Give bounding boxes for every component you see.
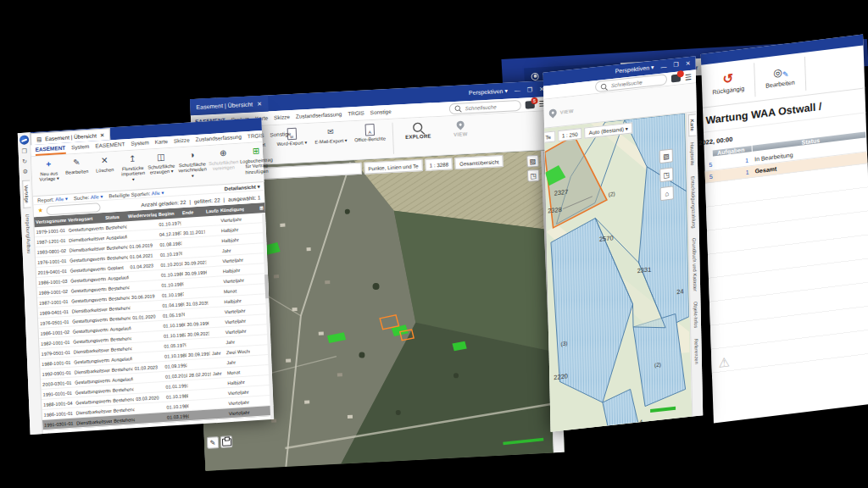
close-icon[interactable]: ✕ (100, 131, 105, 138)
restore-button[interactable]: ❐ (527, 86, 533, 93)
export-button[interactable]: A Office-Berichte (351, 121, 390, 158)
count-link[interactable]: 1 (712, 157, 751, 168)
select-region-button[interactable]: ◳ (659, 167, 673, 182)
ribbon-separator (392, 123, 395, 154)
detailansicht-dropdown[interactable]: Detailansicht ▾ (225, 183, 260, 191)
cut-toolbar-button[interactable]: Te (544, 130, 555, 143)
detail-tab[interactable]: Entschädigungszahlung (689, 171, 697, 232)
refresh-icon[interactable]: ↻ (22, 158, 27, 165)
tool-button[interactable]: ✎ Bearbeiten (63, 155, 92, 192)
rail-tab[interactable]: Umgebung/Aufbau (23, 210, 32, 258)
close-button[interactable]: ✕ (686, 60, 691, 68)
filter-report[interactable]: Report: Alle ▾ (37, 196, 68, 203)
count-link[interactable]: 1 (713, 169, 752, 180)
detail-tab[interactable]: Objekt-Infos (692, 297, 699, 333)
undo-icon: ↺ (722, 72, 733, 85)
authority-button[interactable]: ⌂ (660, 186, 674, 201)
view-button[interactable]: VIEW (560, 108, 574, 115)
explore-button[interactable]: EXPLORE (398, 119, 440, 155)
minimize-button[interactable]: — (515, 87, 520, 93)
close-icon[interactable]: ✕ (257, 100, 262, 107)
ribbon-tab[interactable]: System (71, 141, 90, 153)
tool-icon: ⊕ (220, 148, 227, 158)
ribbon-tab[interactable]: Zustandserfassung (296, 108, 342, 122)
svg-text:4: 4 (639, 419, 643, 424)
ribbon-tab[interactable]: System (131, 137, 149, 149)
column-chooser-icon[interactable]: ⊞ (244, 205, 265, 212)
ribbon-tab[interactable]: Skizze (274, 112, 290, 124)
detail-tab[interactable]: Hauptseite (688, 137, 696, 170)
hamburger-menu-icon[interactable]: ☰ (685, 73, 692, 82)
svg-text:2570: 2570 (599, 234, 614, 243)
print-button[interactable] (220, 435, 233, 448)
perspektiven-menu[interactable]: Perspektiven ▾ (469, 87, 508, 96)
view-button[interactable]: VIEW (440, 116, 482, 152)
edit-icon (773, 65, 786, 78)
desktop-background: Task | Meine Aufgaben ✕ Aufgabe | Detail… (0, 0, 868, 488)
detail-tab[interactable]: Karte (687, 114, 696, 136)
tool-button[interactable]: ⊞ Logbucheintrag für Vertrag hinzufügen (238, 143, 275, 181)
tool-button[interactable]: ↥ Flurstücke importieren ▾ (119, 152, 147, 189)
ribbon-tab[interactable]: Sonstige (270, 129, 291, 141)
view-pin-icon (455, 119, 466, 130)
search-icon (454, 105, 460, 111)
filtered-count: gefiltert: 22 (194, 197, 220, 204)
svg-text:2328: 2328 (548, 206, 562, 215)
select-region-button[interactable]: ◳ (527, 169, 540, 182)
detail-tab[interactable]: Grundbuch und Kataster (691, 234, 699, 297)
table-body: 1979-1001-01 Gestattungsvertrag Bestehen… (34, 213, 274, 434)
tool-button[interactable]: ◫ Schutzfläche erzeugen ▾ (147, 150, 176, 187)
map-corner-buttons: ▧ ◳ (526, 155, 539, 182)
favorite-icon[interactable]: ★ (37, 207, 43, 214)
detail-tab[interactable]: Referenzen (693, 334, 700, 369)
loaded-count: Anzahl geladen: 22 (141, 198, 186, 207)
explore-magnifier-icon (413, 122, 423, 132)
quick-search[interactable] (448, 99, 520, 114)
ribbon-tab[interactable]: Sonstige (370, 106, 392, 118)
restore-button[interactable]: ❐ (673, 62, 678, 69)
filter-suche[interactable]: Suche: Alle ▾ (74, 193, 103, 201)
tool-button[interactable]: ✕ Löschen (91, 153, 120, 191)
cadastral-map[interactable]: 2327 2328 (2) 2570 2331 24 (3) 2220 (2) … (544, 114, 692, 432)
rail-tab[interactable]: Verträge (22, 180, 31, 208)
tool-button[interactable]: ⊕ Schutzflächen vereinigen (209, 146, 238, 183)
tool-button[interactable]: ◑ Schutzfläche verschneiden ▾ (175, 147, 209, 185)
notifications-icon[interactable] (671, 74, 681, 82)
overview-button[interactable]: Gesamtübersicht (455, 155, 504, 169)
minimize-button[interactable]: — (660, 64, 666, 70)
edit-button[interactable]: Bearbeiten (756, 55, 804, 98)
svg-text:2220: 2220 (554, 372, 568, 381)
warning-icon: ⚠ (718, 354, 730, 371)
ribbon-tab[interactable]: TRGIS (348, 108, 364, 119)
ribbon-tab[interactable]: EASEMENT (35, 143, 65, 156)
tool-icon: ✎ (73, 158, 81, 168)
tool-icon: ⊞ (253, 146, 260, 156)
undo-button[interactable]: ↺ Rückgängig (703, 62, 753, 105)
notifications-icon[interactable]: 5 (525, 101, 534, 109)
notification-badge: 5 (531, 97, 537, 103)
pencil-icon: ✎ (210, 439, 216, 446)
ribbon-tab[interactable]: Skizze (174, 135, 190, 147)
layers-button[interactable]: ▧ (659, 148, 673, 164)
document-icon: ▤ (36, 136, 42, 142)
app-logo-icon (19, 135, 28, 145)
ribbon-tab[interactable]: TRGIS (248, 130, 264, 142)
quick-search-input[interactable] (464, 102, 516, 112)
tool-button[interactable]: + Neu aus Vorlage ▾ (35, 157, 64, 194)
ribbon-tab[interactable]: Karte (154, 136, 168, 148)
perspektiven-menu[interactable]: Perspektiven ▾ (615, 64, 654, 75)
ribbon-tab[interactable]: EASEMENT (95, 139, 125, 152)
search-icon (601, 83, 607, 89)
svg-text:24: 24 (676, 287, 683, 296)
gear-icon[interactable]: ⚙ (22, 169, 28, 175)
map-scale-value[interactable]: 1 : 3288 (425, 158, 453, 171)
tool-icon: ↥ (129, 153, 136, 164)
notification-badge (677, 70, 684, 78)
map-draw-tools: ✎ (207, 435, 233, 449)
svg-text:2331: 2331 (637, 265, 652, 274)
copy-icon[interactable]: ❐ (21, 148, 27, 155)
layers-button[interactable]: ▧ (526, 155, 539, 168)
export-button[interactable]: ✉ E-Mail-Export ▾ (312, 124, 351, 160)
window-cadastral: Perspektiven ▾ — ❐ ✕ ☰ VIE (543, 56, 704, 431)
draw-pencil-button[interactable]: ✎ (207, 436, 220, 449)
